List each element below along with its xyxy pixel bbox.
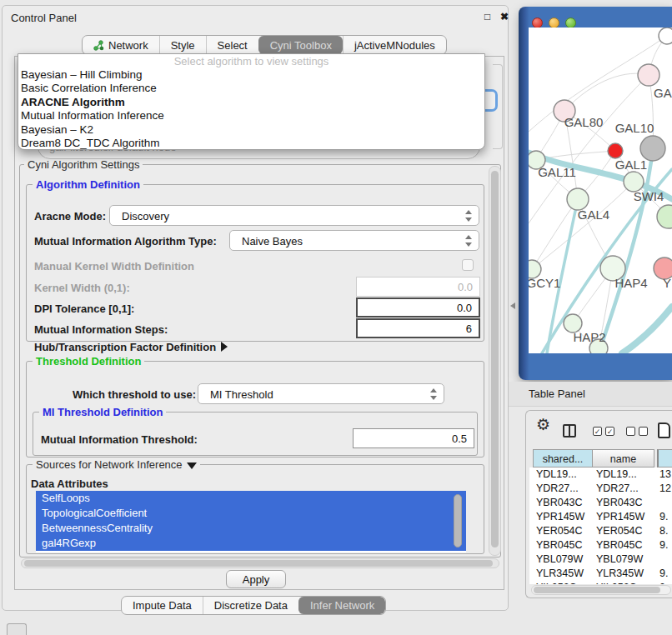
- table-row[interactable]: YLR345WYLR345W9.: [529, 567, 672, 581]
- table-row[interactable]: YIL052CYIL052C0.: [529, 581, 672, 584]
- graph-edge: [564, 73, 649, 111]
- network-view-window: GALGAL80GAL10GAL11GAL1SWI4GAL4GCY1HAP4YH…: [519, 7, 672, 380]
- algorithm-option-mutual-information-inference[interactable]: Mutual Information Inference: [18, 109, 484, 122]
- network-canvas[interactable]: GALGAL80GAL10GAL11GAL1SWI4GAL4GCY1HAP4YH…: [529, 28, 672, 353]
- split-pane-collapse-icon[interactable]: [510, 302, 515, 309]
- algorithm-option-bayesian-k2[interactable]: Bayesian – K2: [18, 123, 484, 137]
- table-cell: YBL079W: [536, 552, 594, 567]
- dpi-tolerance-label: DPI Tolerance [0,1]:: [34, 302, 134, 315]
- aracne-mode-combobox[interactable]: Discovery: [109, 205, 479, 226]
- table-cell: YBR045C: [536, 538, 594, 552]
- gear-icon[interactable]: ⚙: [536, 415, 550, 434]
- apply-button[interactable]: Apply: [226, 570, 286, 588]
- graph-node[interactable]: [657, 205, 672, 228]
- table-cell: 12: [659, 482, 672, 496]
- mi-type-combobox[interactable]: Naive Bayes: [229, 230, 479, 251]
- tab-label: Cyni Toolbox: [270, 39, 332, 52]
- column-header-name[interactable]: name: [592, 449, 654, 468]
- unchecked-boxes-icon[interactable]: [626, 427, 648, 436]
- split-columns-icon[interactable]: [563, 424, 576, 438]
- control-panel-tab-bar: NetworkStyleSelectCyni ToolboxjActiveMNo…: [82, 35, 447, 55]
- node-label: HAP2: [573, 330, 605, 344]
- table-row[interactable]: YBR043CYBR043C: [529, 496, 672, 510]
- dpi-tolerance-field[interactable]: 0.0: [356, 298, 480, 318]
- table-horizontal-scrollbar[interactable]: [531, 585, 671, 595]
- graph-node[interactable]: [608, 143, 623, 158]
- data-attributes-list: SelfLoopsTopologicalCoefficientBetweenne…: [36, 491, 466, 552]
- attribute-item-gal4rgexp[interactable]: gal4RGexp: [36, 536, 466, 551]
- table-cell: YDR27...: [536, 482, 594, 496]
- algorithm-option-bayesian-hill-climbing[interactable]: Bayesian – Hill Climbing: [18, 68, 484, 82]
- mi-threshold-field[interactable]: 0.5: [353, 428, 474, 448]
- attribute-item-topologicalcoefficient[interactable]: TopologicalCoefficient: [36, 506, 466, 521]
- checked-boxes-icon[interactable]: ✓✓: [593, 427, 614, 436]
- algorithm-option-aracne-algorithm[interactable]: ARACNE Algorithm: [18, 96, 484, 109]
- table-cell: YER054C: [596, 524, 656, 538]
- tab-label: Network: [108, 39, 148, 52]
- data-attributes-label: Data Attributes: [31, 478, 108, 490]
- control-panel-window: Control Panel □ ✖ NetworkStyleSelectCyni…: [2, 5, 509, 611]
- hub-definition-toggle[interactable]: Hub/Transcription Factor Definition: [34, 341, 228, 353]
- settings-group-title: Cyni Algorithm Settings: [24, 158, 143, 171]
- tab-label: Select: [218, 39, 248, 52]
- tab-impute-data[interactable]: Impute Data: [122, 597, 203, 614]
- tab-jactivemnodules[interactable]: jActiveMNodules: [343, 36, 446, 54]
- table-cell: YIL052C: [536, 581, 594, 584]
- column-header-partial[interactable]: [657, 449, 672, 468]
- float-window-icon[interactable]: □: [484, 11, 490, 22]
- algorithm-dropdown-list: Select algorithm to view settings Bayesi…: [18, 53, 485, 150]
- kernel-width-field: 0.0: [356, 277, 480, 297]
- mi-steps-label: Mutual Information Steps:: [34, 323, 168, 336]
- mi-steps-field[interactable]: 6: [356, 318, 480, 338]
- tab-infer-network[interactable]: Infer Network: [298, 597, 385, 614]
- table-cell: YER054C: [536, 524, 594, 538]
- attribute-item-betweennesscentrality[interactable]: BetweennessCentrality: [36, 521, 466, 536]
- tab-network[interactable]: Network: [83, 36, 159, 54]
- which-threshold-combobox[interactable]: MI Threshold: [198, 383, 444, 404]
- manual-kernel-label: Manual Kernel Width Definition: [34, 260, 194, 272]
- settings-horizontal-scrollbar[interactable]: [21, 558, 499, 568]
- settings-vertical-scrollbar[interactable]: [489, 166, 501, 556]
- which-threshold-value: MI Threshold: [210, 388, 273, 400]
- node-label: GAL1: [615, 158, 647, 172]
- table-panel-header: Table Panel: [509, 382, 672, 407]
- table-row[interactable]: YBL079WYBL079W: [529, 552, 672, 567]
- graph-node[interactable]: [659, 28, 672, 44]
- which-threshold-label: Which threshold to use:: [73, 388, 196, 401]
- table-row[interactable]: YPR145WYPR145W9.: [529, 510, 672, 524]
- tab-style[interactable]: Style: [159, 36, 206, 54]
- algorithm-option-dream8-dc-tdc-algorithm[interactable]: Dream8 DC_TDC Algorithm: [18, 137, 484, 150]
- dropdown-prompt: Select algorithm to view settings: [18, 54, 484, 68]
- node-label: GAL4: [578, 208, 609, 222]
- tab-discretize-data[interactable]: Discretize Data: [203, 597, 298, 614]
- manual-kernel-checkbox[interactable]: [462, 259, 474, 271]
- node-label: Y: [663, 276, 671, 290]
- graph-node[interactable]: [638, 64, 659, 86]
- table-row[interactable]: YDR27...YDR27...12: [529, 482, 672, 496]
- threshold-definition-title: Threshold Definition: [33, 355, 144, 368]
- table-row[interactable]: YDL19...YDL19...13: [529, 468, 672, 482]
- close-window-icon[interactable]: ✖: [500, 11, 509, 22]
- tab-cyni-toolbox[interactable]: Cyni Toolbox: [258, 36, 343, 54]
- table-cell: YPR145W: [536, 510, 594, 524]
- network-tab-icon: [93, 40, 104, 51]
- attribute-list-scrollbar[interactable]: [454, 494, 462, 548]
- sources-group-title[interactable]: Sources for Network Inference: [33, 458, 200, 471]
- table-row[interactable]: YER054CYER054C8.: [529, 524, 672, 538]
- attribute-item-selfloops[interactable]: SelfLoops: [36, 491, 466, 506]
- tab-select[interactable]: Select: [206, 36, 258, 54]
- desktop: Control Panel □ ✖ NetworkStyleSelectCyni…: [0, 0, 672, 635]
- node-label: HAP4: [614, 276, 647, 290]
- column-header-shared-name[interactable]: shared...: [533, 449, 593, 468]
- stepper-arrows-icon: [430, 388, 438, 400]
- table-cell: YPR145W: [596, 510, 656, 524]
- graph-edge: [622, 307, 672, 353]
- file-icon[interactable]: [658, 422, 670, 438]
- algorithm-option-basic-correlation-inference[interactable]: Basic Correlation Inference: [18, 82, 484, 95]
- table-cell: 9.: [659, 510, 672, 524]
- table-cell: YBL079W: [596, 552, 656, 567]
- minimized-panel-icon[interactable]: [7, 623, 27, 635]
- table-row[interactable]: YBR045CYBR045C9.: [529, 538, 672, 552]
- table-cell: YDL19...: [596, 468, 656, 482]
- expanded-arrow-icon: [187, 462, 197, 469]
